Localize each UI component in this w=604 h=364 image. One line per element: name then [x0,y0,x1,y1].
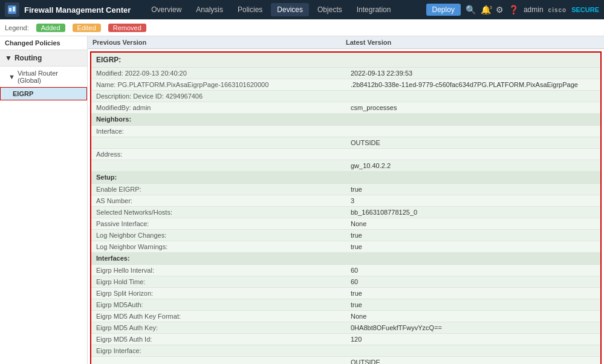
interface-value-latest: OUTSIDE [346,137,600,148]
table-row: Modified: 2022-09-13 20:40:20 2022-09-13… [91,67,600,79]
eigrp-interface-latest [346,345,600,356]
md5auth-latest: true [346,299,600,310]
selected-networks-latest: bb_16631087781​25_0 [346,207,600,218]
table-row: Eigrp Hold Time: 60 [91,276,600,287]
help-icon[interactable]: ❓ [508,5,519,15]
deploy-button[interactable]: Deploy [426,4,461,16]
md5-auth-key-label: Eigrp MD5 Auth Key: [91,322,346,333]
log-neighbor-changes-label: Log Neighbor Changes: [91,230,346,241]
log-neighbor-warnings-latest: true [346,241,600,252]
split-horizon-label: Eigrp Split Horizon: [91,288,346,299]
cisco-logo: cisco [548,7,567,13]
modifiedby-label: ModifiedBy: admin [91,102,346,113]
app-icon [5,2,19,17]
top-navigation: Firewall Management Center Overview Anal… [0,0,604,19]
eigrp-interface-value-latest: OUTSIDE [346,357,600,364]
legend-label: Legend: [5,24,29,31]
nav-policies[interactable]: Policies [232,3,268,16]
table-row: Passive Interface: None [91,218,600,229]
table-row: Log Neighbor Changes: true [91,229,600,241]
passive-interface-latest: None [346,218,600,229]
svg-rect-1 [9,8,11,11]
table-row: Eigrp MD5Auth: true [91,299,600,310]
as-number-label: AS Number: [91,195,346,206]
secure-label: SECURE [571,6,599,13]
hold-time-label: Eigrp Hold Time: [91,276,346,287]
chevron-down-icon: ▼ [5,54,12,62]
md5-auth-key-latest: 0HA8bt8OFuekfTFwyvYzcQ== [346,322,600,333]
log-neighbor-changes-latest: true [346,230,600,241]
table-row: Eigrp Interface: [91,345,600,356]
nav-items: Overview Analysis Policies Devices Objec… [145,3,426,16]
table-header: Previous Version Latest Version [88,36,604,49]
hold-time-latest: 60 [346,276,600,287]
settings-icon[interactable]: ⚙ [496,5,504,15]
split-horizon-latest: true [346,288,600,299]
chevron-down-icon-2: ▼ [8,73,15,80]
address-value-latest: gw_10.40.2.2 [346,160,600,171]
prev-version-header: Previous Version [93,39,346,46]
sidebar: Changed Policies ▼ Routing ▼ Virtual Rou… [0,36,88,364]
hello-interval-label: Eigrp Hello Interval: [91,265,346,276]
diff-table: EIGRP: Modified: 2022-09-13 20:40:20 202… [90,51,602,364]
latest-version-header: Latest Version [346,39,599,46]
table-row: Address: [91,148,600,160]
table-row: OUTSIDE [91,356,600,364]
main-layout: Changed Policies ▼ Routing ▼ Virtual Rou… [0,36,604,364]
selected-networks-label: Selected Networks/Hosts: [91,207,346,218]
virtual-router-label: Virtual Router (Global) [18,70,79,84]
app-title: Firewall Management Center [24,5,131,15]
nav-devices[interactable]: Devices [271,3,309,16]
table-row: Log Neighbor Warnings: true [91,241,600,252]
admin-label[interactable]: admin [524,5,544,14]
svg-rect-2 [13,7,15,11]
notifications-icon[interactable]: 🔔3 [481,5,491,15]
legend-bar: Legend: Added Edited Removed [0,19,604,36]
sidebar-routing[interactable]: ▼ Routing [0,50,87,67]
table-row: gw_10.40.2.2 [91,160,600,171]
table-row: ModifiedBy: admin csm_processes [91,102,600,113]
badge-removed[interactable]: Removed [108,24,146,32]
neighbors-header: Neighbors: [91,113,600,125]
md5auth-label: Eigrp MD5Auth: [91,299,346,310]
table-row: Selected Networks/Hosts: bb_16631087781​… [91,206,600,218]
badge-added[interactable]: Added [36,24,65,32]
setup-header: Setup: [91,171,600,183]
table-row: Interface: [91,125,600,137]
table-row: Name: PG.PLATFORM.PixAsaEigrpPage-166310… [91,79,600,90]
eigrp-section-title: EIGRP: [91,53,600,67]
modifiedby-latest: csm_processes [346,102,600,113]
table-row: Description: Device ID: 4294967406 [91,90,600,102]
content-area: Previous Version Latest Version EIGRP: M… [88,36,604,364]
nav-analysis[interactable]: Analysis [190,3,229,16]
routing-label: Routing [15,54,42,62]
eigrp-label: EIGRP [13,90,33,97]
search-icon[interactable]: 🔍 [466,5,476,15]
description-label: Description: Device ID: 4294967406 [91,91,346,102]
table-row: OUTSIDE [91,137,600,148]
eigrp-interface-value-prev [91,357,346,364]
address-value-prev [91,160,346,171]
address-label: Address: [91,149,346,160]
table-row: Eigrp MD5 Auth Id: 120 [91,333,600,345]
sidebar-eigrp[interactable]: EIGRP [0,87,87,100]
passive-interface-label: Passive Interface: [91,218,346,229]
md5-key-format-label: Eigrp MD5 Auth Key Format: [91,311,346,322]
md5-auth-id-latest: 120 [346,334,600,345]
nav-overview[interactable]: Overview [145,3,187,16]
name-latest: .2b8412b0-338e-11ed-9779-c560fac634d7PG.… [346,79,600,90]
table-row: Eigrp Split Horizon: true [91,287,600,299]
description-latest [346,91,600,102]
interface-label: Interface: [91,126,346,137]
badge-edited[interactable]: Edited [73,24,101,32]
eigrp-interface-label: Eigrp Interface: [91,345,346,356]
nav-objects[interactable]: Objects [311,3,348,16]
sidebar-virtual-router[interactable]: ▼ Virtual Router (Global) [0,67,87,87]
table-row: Enable EIGRP: true [91,183,600,195]
modified-latest: 2022-09-13 22:39:53 [346,68,600,79]
table-row: Eigrp Hello Interval: 60 [91,264,600,276]
enable-eigrp-label: Enable EIGRP: [91,184,346,195]
table-row: Eigrp MD5 Auth Key: 0HA8bt8OFuekfTFwyvYz… [91,322,600,333]
nav-integration[interactable]: Integration [351,3,397,16]
md5-key-format-latest: None [346,311,600,322]
